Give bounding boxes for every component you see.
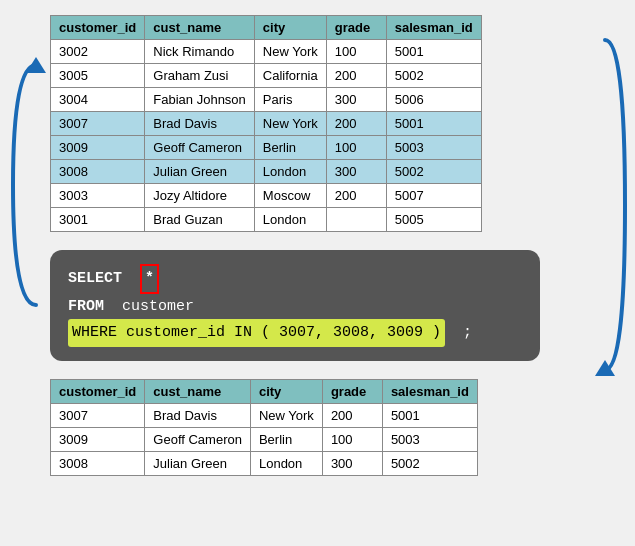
top-table-cell-customer-id: 3002 (51, 40, 145, 64)
top-table-cell-city: Moscow (254, 184, 326, 208)
bottom-table-cell-cust-name: Julian Green (145, 451, 251, 475)
bottom-table-cell-salesman-id: 5003 (382, 427, 477, 451)
top-table-cell-grade: 200 (326, 64, 386, 88)
bottom-table-cell-city: Berlin (250, 427, 322, 451)
top-table-header-row: customer_id cust_name city grade salesma… (51, 16, 482, 40)
top-table-row: 3003Jozy AltidoreMoscow2005007 (51, 184, 482, 208)
bottom-table-cell-cust-name: Geoff Cameron (145, 427, 251, 451)
bottom-table-row: 3008Julian GreenLondon3005002 (51, 451, 478, 475)
top-table-row: 3007Brad DavisNew York2005001 (51, 112, 482, 136)
bottom-table-cell-grade: 100 (322, 427, 382, 451)
bottom-table-cell-salesman-id: 5001 (382, 403, 477, 427)
col-header-city: city (254, 16, 326, 40)
sql-line1: SELECT * (68, 264, 522, 294)
bottom-col-header-grade: grade (322, 379, 382, 403)
top-table-cell-salesman-id: 5003 (386, 136, 481, 160)
right-arrow-top-icon (595, 30, 633, 380)
top-table-row: 3008Julian GreenLondon3005002 (51, 160, 482, 184)
bottom-table-cell-cust-name: Brad Davis (145, 403, 251, 427)
top-table-cell-salesman-id: 5006 (386, 88, 481, 112)
top-table-cell-city: Paris (254, 88, 326, 112)
bottom-table-cell-salesman-id: 5002 (382, 451, 477, 475)
top-table-cell-customer-id: 3008 (51, 160, 145, 184)
top-table-cell-salesman-id: 5002 (386, 64, 481, 88)
top-table-cell-grade: 300 (326, 160, 386, 184)
col-header-customer-id: customer_id (51, 16, 145, 40)
select-star: * (140, 264, 159, 294)
select-keyword: SELECT (68, 270, 122, 287)
top-table-cell-customer-id: 3003 (51, 184, 145, 208)
top-table-cell-cust-name: Geoff Cameron (145, 136, 255, 160)
top-table-row: 3001Brad GuzanLondon5005 (51, 208, 482, 232)
top-table-cell-grade: 200 (326, 184, 386, 208)
top-table-cell-salesman-id: 5005 (386, 208, 481, 232)
top-table-cell-customer-id: 3009 (51, 136, 145, 160)
top-table-cell-city: New York (254, 112, 326, 136)
top-table-cell-grade: 200 (326, 112, 386, 136)
top-table-cell-customer-id: 3001 (51, 208, 145, 232)
bottom-col-header-salesman-id: salesman_id (382, 379, 477, 403)
bottom-table-wrapper: customer_id cust_name city grade salesma… (50, 379, 625, 476)
bottom-col-header-customer-id: customer_id (51, 379, 145, 403)
top-table-cell-cust-name: Nick Rimando (145, 40, 255, 64)
bottom-table-header-row: customer_id cust_name city grade salesma… (51, 379, 478, 403)
sql-line3: WHERE customer_id IN ( 3007, 3008, 3009 … (68, 319, 522, 347)
top-table-cell-salesman-id: 5001 (386, 40, 481, 64)
from-table: customer (122, 298, 194, 315)
where-clause: WHERE customer_id IN ( 3007, 3008, 3009 … (68, 319, 445, 347)
top-table-cell-grade: 100 (326, 136, 386, 160)
top-table-cell-cust-name: Graham Zusi (145, 64, 255, 88)
top-table-row: 3005Graham ZusiCalifornia2005002 (51, 64, 482, 88)
bottom-table-cell-grade: 200 (322, 403, 382, 427)
bottom-col-header-cust-name: cust_name (145, 379, 251, 403)
from-keyword: FROM (68, 298, 104, 315)
top-table-row: 3009Geoff CameronBerlin1005003 (51, 136, 482, 160)
top-table-cell-grade: 100 (326, 40, 386, 64)
col-header-cust-name: cust_name (145, 16, 255, 40)
top-table-cell-city: California (254, 64, 326, 88)
bottom-table-cell-customer-id: 3009 (51, 427, 145, 451)
top-table-cell-grade (326, 208, 386, 232)
col-header-grade: grade (326, 16, 386, 40)
top-table-cell-salesman-id: 5001 (386, 112, 481, 136)
top-table-cell-city: London (254, 160, 326, 184)
bottom-table-cell-customer-id: 3007 (51, 403, 145, 427)
svg-marker-0 (26, 57, 46, 73)
top-table-cell-cust-name: Fabian Johnson (145, 88, 255, 112)
top-table-cell-cust-name: Jozy Altidore (145, 184, 255, 208)
bottom-table-cell-grade: 300 (322, 451, 382, 475)
bottom-table-cell-city: London (250, 451, 322, 475)
top-table-row: 3004Fabian JohnsonParis3005006 (51, 88, 482, 112)
top-table-cell-customer-id: 3004 (51, 88, 145, 112)
top-table-cell-cust-name: Brad Guzan (145, 208, 255, 232)
bottom-table: customer_id cust_name city grade salesma… (50, 379, 478, 476)
sql-box: SELECT * FROM customer WHERE customer_id… (50, 250, 540, 361)
top-table-cell-city: New York (254, 40, 326, 64)
top-table: customer_id cust_name city grade salesma… (50, 15, 482, 232)
col-header-salesman-id: salesman_id (386, 16, 481, 40)
bottom-table-row: 3009Geoff CameronBerlin1005003 (51, 427, 478, 451)
semicolon: ; (463, 324, 472, 341)
top-table-wrapper: customer_id cust_name city grade salesma… (50, 15, 625, 232)
top-table-cell-grade: 300 (326, 88, 386, 112)
top-table-cell-city: Berlin (254, 136, 326, 160)
left-arrow-icon (8, 55, 46, 315)
top-table-cell-cust-name: Brad Davis (145, 112, 255, 136)
bottom-table-row: 3007Brad DavisNew York2005001 (51, 403, 478, 427)
top-table-cell-customer-id: 3007 (51, 112, 145, 136)
bottom-col-header-city: city (250, 379, 322, 403)
main-container: customer_id cust_name city grade salesma… (0, 0, 635, 486)
top-table-cell-salesman-id: 5002 (386, 160, 481, 184)
top-table-cell-city: London (254, 208, 326, 232)
sql-line2: FROM customer (68, 294, 522, 320)
top-table-cell-salesman-id: 5007 (386, 184, 481, 208)
top-table-cell-cust-name: Julian Green (145, 160, 255, 184)
bottom-table-cell-customer-id: 3008 (51, 451, 145, 475)
top-table-cell-customer-id: 3005 (51, 64, 145, 88)
bottom-table-cell-city: New York (250, 403, 322, 427)
top-table-row: 3002Nick RimandoNew York1005001 (51, 40, 482, 64)
